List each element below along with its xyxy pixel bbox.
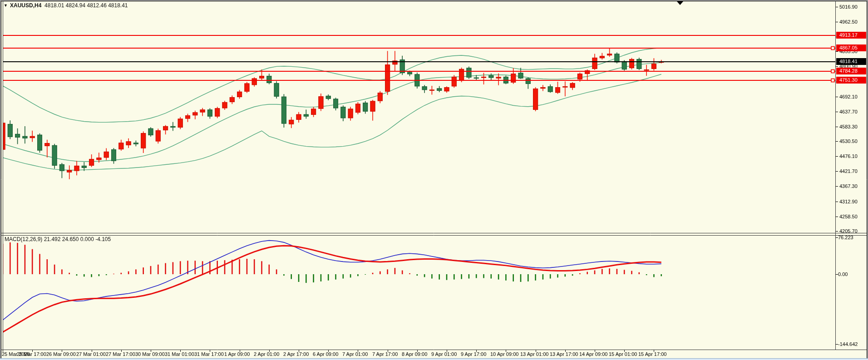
symbol-name: XAUUSD,H4 [10,2,41,9]
symbol-dropdown-icon[interactable]: ▼ [4,3,8,8]
time-tick-label: 15 Apr 17:00 [638,351,666,357]
time-tick-label: 1 Apr 09:00 [224,351,250,357]
time-tick-label: 10 Apr 09:00 [490,351,518,357]
symbol-title: XAUUSD,H4 4818.01 4824.94 4812.46 4818.4… [10,2,128,9]
time-tick-label: 9 Apr 17:00 [461,351,486,357]
price-level-badge: 4867.05 [836,44,866,51]
price-tick-label: 4421.70 [839,168,858,174]
macd-indicator-label: MACD(12,26,9) 21.492 24.650 0.000 -4.105 [5,236,111,242]
price-level-badge: 4784.28 [836,68,866,74]
time-tick-label: 6 Apr 09:00 [313,351,338,357]
price-tick-label: 4205.70 [839,228,858,234]
time-tick-label: 7 Apr 17:00 [372,351,398,357]
price-tick-label: 5016.90 [839,4,858,10]
time-tick-label: 14 Apr 09:00 [579,351,607,357]
time-tick-label: 26 Mar 09:00 [46,351,76,357]
time-tick-label: 15 Apr 01:00 [609,351,637,357]
price-tick-label: 4962.50 [839,19,858,25]
chart-canvas[interactable] [0,0,868,360]
price-tick-label: 4367.30 [839,183,858,189]
time-tick-label: 31 Mar 17:00 [194,351,224,357]
time-tick-label: 27 Mar 01:00 [76,351,106,357]
price-tick-label: 4312.90 [839,199,858,204]
time-tick-label: 13 Apr 17:00 [550,351,578,357]
time-tick-label: 7 Apr 01:00 [342,351,368,357]
symbol-ohlc-values: 4818.01 4824.94 4812.46 4818.41 [44,2,128,9]
time-tick-label: 9 Apr 01:00 [431,351,457,357]
time-tick-label: 2 Apr 17:00 [283,351,309,357]
price-tick-label: 4476.10 [839,153,858,159]
price-level-badge: 4751.30 [836,77,866,84]
macd-tick-label: 76.223 [838,235,853,240]
price-tick-label: 4583.30 [839,124,858,129]
price-level-badge: 4913.17 [836,32,866,39]
price-tick-label: 4692.10 [839,94,858,99]
macd-tick-label: 0.00 [838,271,848,277]
time-tick-label: 27 Mar 17:00 [106,351,135,357]
time-tick-label: 13 Apr 01:00 [520,351,548,357]
time-tick-label: 8 Apr 09:00 [402,351,427,357]
chart-window: ▼ XAUUSD,H4 4818.01 4824.94 4812.46 4818… [0,0,868,360]
price-tick-label: 4530.50 [839,138,858,144]
time-tick-label: 2 Apr 01:00 [254,351,279,357]
chart-shift-marker-icon[interactable] [677,1,683,5]
window-bottom-edge [0,358,868,360]
macd-tick-label: -144.642 [838,341,858,347]
time-tick-label: 30 Mar 09:00 [135,351,165,357]
current-price-badge: 4818.41 [836,58,866,65]
time-tick-label: 31 Mar 01:00 [165,351,194,357]
price-tick-label: 4258.50 [839,214,858,219]
time-tick-label: 25 Mar 17:00 [17,351,46,357]
price-tick-label: 4637.70 [839,109,858,114]
